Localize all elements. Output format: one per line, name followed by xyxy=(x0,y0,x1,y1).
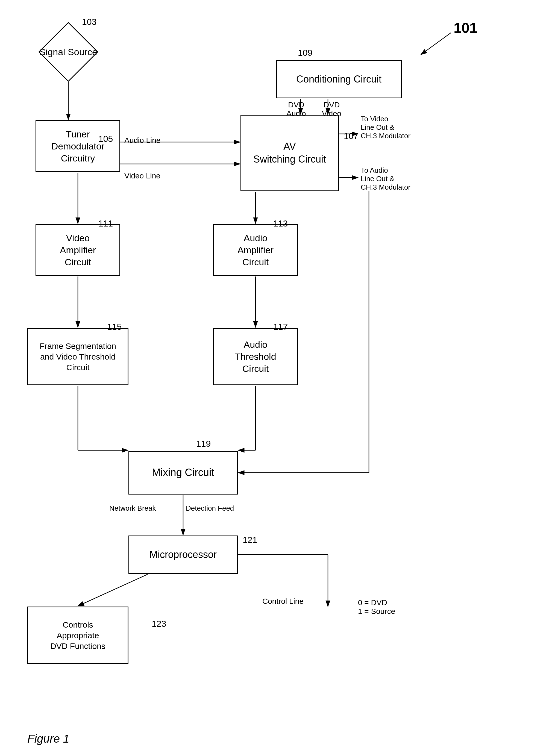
controls-dvd-box: ControlsAppropriateDVD Functions xyxy=(27,607,128,664)
main-ref: 101 xyxy=(454,20,477,36)
ref-121: 121 xyxy=(243,535,257,545)
microprocessor-label: Microprocessor xyxy=(149,548,217,561)
control-line-label: Control Line xyxy=(262,597,304,606)
video-amplifier-box: VideoAmplifierCircuit xyxy=(35,224,120,276)
signal-source-label: Signal Source xyxy=(38,22,98,82)
ref-111: 111 xyxy=(98,218,113,229)
microprocessor-box: Microprocessor xyxy=(128,536,238,574)
audio-line-label: Audio Line xyxy=(124,136,160,145)
to-video-line-label: To VideoLine Out &CH.3 Modulator xyxy=(361,115,410,140)
to-audio-line-label: To AudioLine Out &CH.3 Modulator xyxy=(361,166,410,191)
diagram-container: Signal Source Conditioning Circuit Tuner… xyxy=(0,0,552,756)
mixing-circuit-label: Mixing Circuit xyxy=(152,466,214,479)
ref-117: 117 xyxy=(273,322,288,332)
svg-line-20 xyxy=(78,574,148,606)
frame-segmentation-label: Frame Segmentationand Video ThresholdCir… xyxy=(40,341,116,373)
video-amplifier-label: VideoAmplifierCircuit xyxy=(60,232,96,268)
dvd-audio-label: DVDAudio xyxy=(286,101,306,118)
conditioning-circuit-box: Conditioning Circuit xyxy=(276,60,402,98)
av-switching-box: AVSwitching Circuit xyxy=(241,115,339,191)
signal-source-block: Signal Source xyxy=(38,22,98,82)
ref-107: 107 xyxy=(344,131,358,141)
audio-threshold-label: AudioThresholdCircuit xyxy=(235,338,276,375)
signal-source-text: Signal Source xyxy=(39,46,97,58)
audio-amplifier-box: AudioAmplifierCircuit xyxy=(213,224,298,276)
audio-threshold-box: AudioThresholdCircuit xyxy=(213,328,298,385)
tuner-demodulator-label: TunerDemodulatorCircuitry xyxy=(51,128,105,164)
dvd-source-label: 0 = DVD1 = Source xyxy=(358,598,395,616)
ref-109: 109 xyxy=(298,48,312,58)
video-line-label: Video Line xyxy=(124,172,160,180)
conditioning-circuit-label: Conditioning Circuit xyxy=(296,73,382,86)
ref-123: 123 xyxy=(152,619,166,629)
ref-115: 115 xyxy=(107,322,122,332)
tuner-demodulator-box: TunerDemodulatorCircuitry xyxy=(35,120,120,172)
detection-feed-label: Detection Feed xyxy=(186,504,234,512)
figure-label: Figure 1 xyxy=(27,732,70,745)
ref-119: 119 xyxy=(196,439,211,449)
network-break-label: Network Break xyxy=(109,504,156,512)
ref-105: 105 xyxy=(98,134,113,144)
mixing-circuit-box: Mixing Circuit xyxy=(128,451,238,494)
audio-amplifier-label: AudioAmplifierCircuit xyxy=(238,232,274,268)
ref-113: 113 xyxy=(273,218,288,229)
frame-segmentation-box: Frame Segmentationand Video ThresholdCir… xyxy=(27,328,128,385)
dvd-video-label: DVDVideo xyxy=(322,101,341,118)
av-switching-label: AVSwitching Circuit xyxy=(253,140,326,166)
controls-dvd-label: ControlsAppropriateDVD Functions xyxy=(50,619,106,651)
svg-line-23 xyxy=(421,33,451,55)
